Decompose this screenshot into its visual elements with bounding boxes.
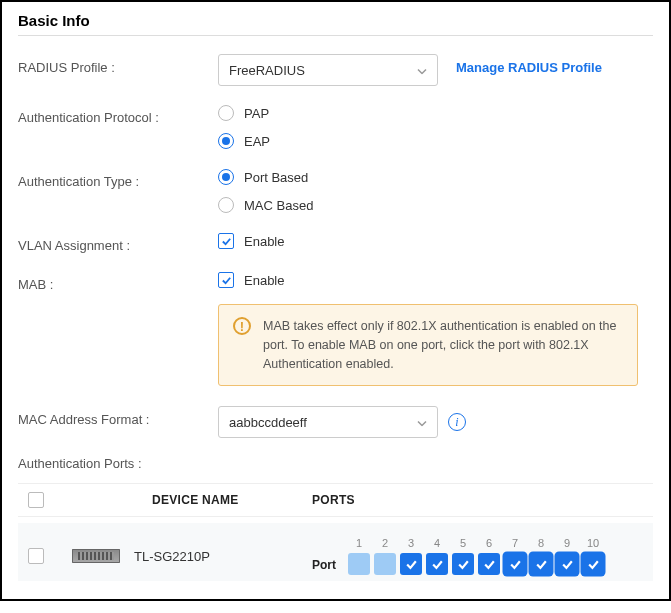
warning-icon: ! bbox=[233, 317, 251, 335]
ports-cell: Port 12345678910 bbox=[312, 537, 643, 575]
radio-label-mac-based: MAC Based bbox=[244, 198, 313, 213]
table-row: TL-SG2210P Port 12345678910 bbox=[18, 523, 653, 581]
vlan-enable-label: Enable bbox=[244, 234, 284, 249]
port-number: 4 bbox=[426, 537, 448, 549]
port-number: 3 bbox=[400, 537, 422, 549]
row-auth-protocol: Authentication Protocol : PAP EAP bbox=[18, 104, 653, 150]
mab-enable-checkbox[interactable]: Enable bbox=[218, 271, 653, 289]
row-vlan-assignment: VLAN Assignment : Enable bbox=[18, 232, 653, 253]
port-number: 10 bbox=[582, 537, 604, 549]
label-mac-format: MAC Address Format : bbox=[18, 406, 218, 427]
ports-grid: 12345678910 bbox=[348, 537, 604, 575]
help-icon[interactable]: i bbox=[448, 413, 466, 431]
mac-format-select[interactable]: aabbccddeeff bbox=[218, 406, 438, 438]
port-toggle-9[interactable] bbox=[556, 553, 578, 575]
chevron-down-icon bbox=[417, 63, 427, 78]
port-toggle-2[interactable] bbox=[374, 553, 396, 575]
radio-label-eap: EAP bbox=[244, 134, 270, 149]
radio-icon bbox=[218, 197, 234, 213]
label-radius-profile: RADIUS Profile : bbox=[18, 54, 218, 75]
switch-device-icon bbox=[72, 549, 120, 563]
row-select-checkbox[interactable] bbox=[28, 548, 44, 564]
manage-radius-profile-link[interactable]: Manage RADIUS Profile bbox=[456, 54, 602, 75]
label-mab: MAB : bbox=[18, 271, 218, 292]
port-toggle-7[interactable] bbox=[504, 553, 526, 575]
ports-table-header: DEVICE NAME PORTS bbox=[18, 483, 653, 517]
radio-pap[interactable]: PAP bbox=[218, 104, 653, 122]
radio-mac-based[interactable]: MAC Based bbox=[218, 196, 653, 214]
radio-icon bbox=[218, 169, 234, 185]
port-toggle-1[interactable] bbox=[348, 553, 370, 575]
row-mab: MAB : Enable bbox=[18, 271, 653, 292]
port-toggle-8[interactable] bbox=[530, 553, 552, 575]
radio-label-port-based: Port Based bbox=[244, 170, 308, 185]
port-number: 8 bbox=[530, 537, 552, 549]
device-name-value: TL-SG2210P bbox=[134, 549, 210, 564]
radio-eap[interactable]: EAP bbox=[218, 132, 653, 150]
label-auth-ports: Authentication Ports : bbox=[18, 456, 218, 471]
select-all-checkbox[interactable] bbox=[28, 492, 44, 508]
vlan-enable-checkbox[interactable]: Enable bbox=[218, 232, 653, 250]
port-toggle-3[interactable] bbox=[400, 553, 422, 575]
row-auth-type: Authentication Type : Port Based MAC Bas… bbox=[18, 168, 653, 214]
header-device-name: DEVICE NAME bbox=[72, 493, 312, 507]
radius-profile-select[interactable]: FreeRADIUS bbox=[218, 54, 438, 86]
mab-info-text: MAB takes effect only if 802.1X authenti… bbox=[263, 317, 623, 373]
port-number: 2 bbox=[374, 537, 396, 549]
checkbox-icon bbox=[218, 233, 234, 249]
port-toggle-10[interactable] bbox=[582, 553, 604, 575]
row-radius-profile: RADIUS Profile : FreeRADIUS Manage RADIU… bbox=[18, 54, 653, 86]
section-title: Basic Info bbox=[18, 12, 653, 36]
port-number: 9 bbox=[556, 537, 578, 549]
port-toggle-5[interactable] bbox=[452, 553, 474, 575]
checkbox-icon bbox=[218, 272, 234, 288]
port-row-label: Port bbox=[312, 558, 336, 575]
row-auth-ports-label: Authentication Ports : bbox=[18, 456, 653, 471]
radio-icon bbox=[218, 105, 234, 121]
port-number: 5 bbox=[452, 537, 474, 549]
radius-profile-value: FreeRADIUS bbox=[229, 63, 305, 78]
chevron-down-icon bbox=[417, 415, 427, 430]
label-auth-protocol: Authentication Protocol : bbox=[18, 104, 218, 125]
port-toggle-6[interactable] bbox=[478, 553, 500, 575]
port-number: 6 bbox=[478, 537, 500, 549]
row-mac-format: MAC Address Format : aabbccddeeff i bbox=[18, 406, 653, 438]
mab-enable-label: Enable bbox=[244, 273, 284, 288]
device-cell: TL-SG2210P bbox=[72, 549, 312, 564]
label-vlan-assignment: VLAN Assignment : bbox=[18, 232, 218, 253]
mac-format-value: aabbccddeeff bbox=[229, 415, 307, 430]
label-auth-type: Authentication Type : bbox=[18, 168, 218, 189]
port-toggle-4[interactable] bbox=[426, 553, 448, 575]
port-number: 7 bbox=[504, 537, 526, 549]
header-ports: PORTS bbox=[312, 493, 643, 507]
mab-info-box: ! MAB takes effect only if 802.1X authen… bbox=[218, 304, 638, 386]
radio-port-based[interactable]: Port Based bbox=[218, 168, 653, 186]
radio-icon bbox=[218, 133, 234, 149]
radio-label-pap: PAP bbox=[244, 106, 269, 121]
port-number: 1 bbox=[348, 537, 370, 549]
